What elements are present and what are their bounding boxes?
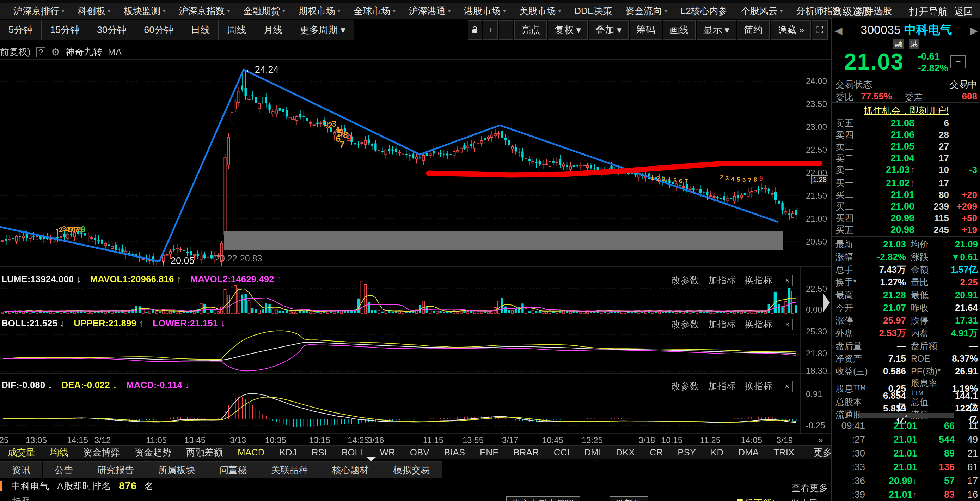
- period-button[interactable]: 15分钟 ▾: [41, 20, 89, 40]
- close-icon[interactable]: ×: [781, 381, 793, 392]
- zoom-out-button[interactable]: −: [499, 21, 514, 40]
- info-tab[interactable]: 关联品种: [259, 461, 320, 478]
- last-update-link[interactable]: 最后更新!: [735, 497, 775, 501]
- bid-row[interactable]: 买五 20.98 245 +19: [835, 224, 977, 235]
- indicator-tab[interactable]: 资金趋势: [135, 446, 171, 459]
- info-tab[interactable]: 模拟交易: [381, 461, 442, 478]
- bid-row[interactable]: 买一 21.02↑ 17: [835, 177, 977, 189]
- new-post-button[interactable]: 发新帖: [609, 496, 648, 501]
- period-button[interactable]: 60分钟 ▾: [135, 20, 182, 40]
- period-button[interactable]: 30分钟 ▾: [88, 20, 135, 40]
- switch-indicator-button[interactable]: 换指标: [745, 274, 772, 287]
- add-indicator-button[interactable]: 加指标: [708, 274, 736, 287]
- fullscreen-button[interactable]: ⛶: [812, 21, 828, 40]
- tool-button[interactable]: 简约 ▾ »: [737, 21, 770, 40]
- panel-scroll-handle[interactable]: ▲: [859, 413, 954, 418]
- period-button[interactable]: 周线 ▾: [218, 20, 255, 40]
- tool-button[interactable]: 亮点 ▾ »: [514, 21, 547, 40]
- switch-indicator-button[interactable]: 换指标: [745, 318, 772, 330]
- minimize-button[interactable]: −: [950, 55, 966, 69]
- bid-row[interactable]: 买二 21.01 80 +20: [835, 189, 977, 200]
- period-button[interactable]: 月线 ▾: [255, 20, 291, 40]
- indicator-tab[interactable]: DMA: [738, 447, 759, 458]
- indicator-tab[interactable]: BIAS: [444, 447, 465, 458]
- indicator-tab[interactable]: TRIX: [773, 447, 794, 458]
- indicator-tab[interactable]: MACD: [238, 447, 265, 458]
- ask-row[interactable]: 卖四 21.06 28: [835, 129, 977, 140]
- period-button[interactable]: 更多周期 ▾: [291, 20, 354, 40]
- enter-forum-button[interactable]: 进入中科电气吧: [506, 496, 580, 501]
- tool-buttons: 亮点 ▾ » 复权 ▾ » 叠加 ▾ » 筹码 ▾ » 画线 ▾: [514, 21, 811, 40]
- indicator-tab[interactable]: CR: [650, 447, 663, 458]
- switch-indicator-button[interactable]: 换指标: [745, 380, 772, 393]
- indicator-tab[interactable]: RSI: [312, 447, 327, 458]
- splitter-grip[interactable]: ∷∷: [593, 456, 602, 463]
- magic-nine-label[interactable]: 神奇九转: [65, 46, 102, 58]
- lock-button[interactable]: [468, 21, 482, 40]
- gear-icon[interactable]: ⚙: [51, 46, 60, 58]
- ask-row[interactable]: 卖一 21.03↑ 10 -3: [835, 164, 977, 176]
- info-tab[interactable]: 资讯: [0, 461, 43, 478]
- add-indicator-button[interactable]: 加指标: [708, 318, 736, 330]
- x-axis-more-button[interactable]: »: [813, 435, 829, 445]
- change-params-button[interactable]: 改参数: [671, 274, 699, 287]
- indicator-tab[interactable]: KD: [711, 447, 723, 458]
- open-navigation-button[interactable]: 打开导航: [910, 5, 948, 18]
- ask-row[interactable]: 卖五 21.08 6: [835, 117, 977, 129]
- bid-row[interactable]: 买四 20.99 115 +50: [835, 212, 977, 224]
- volume-pane-header: LUME:13924.000 ↓MAVOL1:20966.816 ↑MAVOL2…: [2, 274, 281, 285]
- info-tab[interactable]: 所属板块: [146, 461, 207, 478]
- add-indicator-button[interactable]: 加指标: [708, 380, 736, 393]
- menu-overflow-icon[interactable]: »: [878, 5, 883, 16]
- pane-expand-arrow[interactable]: [824, 294, 830, 312]
- advanced-stock-picker-button[interactable]: 高级选股: [833, 5, 871, 18]
- info-tab[interactable]: 核心题材: [320, 461, 381, 478]
- price-change: -0.61-2.82%: [918, 51, 948, 74]
- indicator-tab[interactable]: 资金博弈: [83, 446, 120, 459]
- stock-name-label: 中科电气: [11, 480, 49, 493]
- change-params-button[interactable]: 改参数: [671, 318, 699, 330]
- indicator-tab[interactable]: 成交量: [8, 446, 35, 459]
- tool-button[interactable]: 显示 ▾ »: [697, 21, 737, 40]
- ask-row[interactable]: 卖三 21.05 27: [835, 140, 977, 152]
- period-button[interactable]: 日线 ▾: [182, 20, 219, 40]
- indicator-tab[interactable]: ENE: [480, 447, 498, 458]
- indicator-tab[interactable]: OBV: [410, 447, 430, 458]
- ask-row[interactable]: 卖二 21.04 17: [835, 152, 977, 164]
- axis-label: 22.50: [806, 145, 827, 155]
- x-tick-label: 3/17: [502, 436, 519, 445]
- tool-button[interactable]: 画线 ▾ »: [663, 21, 695, 40]
- back-button[interactable]: 返回: [954, 5, 973, 18]
- info-tab[interactable]: 研究报告: [85, 461, 146, 478]
- help-icon[interactable]: ?: [36, 47, 46, 57]
- indicator-tab[interactable]: 均线: [50, 446, 68, 459]
- tool-button[interactable]: 复权 ▾ »: [548, 21, 588, 40]
- indicator-tab[interactable]: PSY: [678, 447, 696, 458]
- info-tab[interactable]: 问董秘: [207, 461, 259, 478]
- indicator-tab[interactable]: BOLL: [342, 447, 365, 458]
- indicator-tab[interactable]: DKX: [616, 447, 635, 458]
- period-button[interactable]: 5分钟 ▾: [0, 20, 41, 40]
- close-icon[interactable]: ×: [781, 275, 793, 286]
- open-account-ad-link[interactable]: 抓住机会，即刻开户!: [832, 104, 980, 117]
- see-more-link[interactable]: 查看更多: [791, 482, 828, 494]
- indicator-tab[interactable]: CCI: [554, 447, 570, 458]
- close-icon[interactable]: ×: [781, 319, 793, 330]
- indicator-tab[interactable]: 两融差额: [186, 446, 223, 459]
- collapse-arrow-icon[interactable]: [367, 457, 376, 461]
- bid-row[interactable]: 买三 21.00 239 +209: [835, 200, 977, 212]
- indicator-tab[interactable]: KDJ: [280, 447, 297, 458]
- zoom-in-button[interactable]: +: [483, 21, 498, 40]
- axis-label: 23.00: [806, 122, 827, 132]
- indicator-tab[interactable]: WR: [380, 447, 395, 458]
- trend-arrow-icon: ↓: [113, 380, 117, 390]
- ma-label[interactable]: MA: [108, 46, 122, 57]
- indicator-tab[interactable]: BRAR: [514, 447, 539, 458]
- splitter-grip[interactable]: ∷∷: [144, 456, 152, 463]
- x-tick-label: 3/16: [368, 436, 384, 445]
- tool-button[interactable]: 叠加 ▾ »: [589, 21, 628, 40]
- tool-button[interactable]: 隐藏 ▾ »: [771, 21, 811, 40]
- change-params-button[interactable]: 改参数: [671, 380, 699, 393]
- info-tab[interactable]: 公告: [43, 461, 85, 478]
- tool-button[interactable]: 筹码 ▾ »: [630, 21, 662, 40]
